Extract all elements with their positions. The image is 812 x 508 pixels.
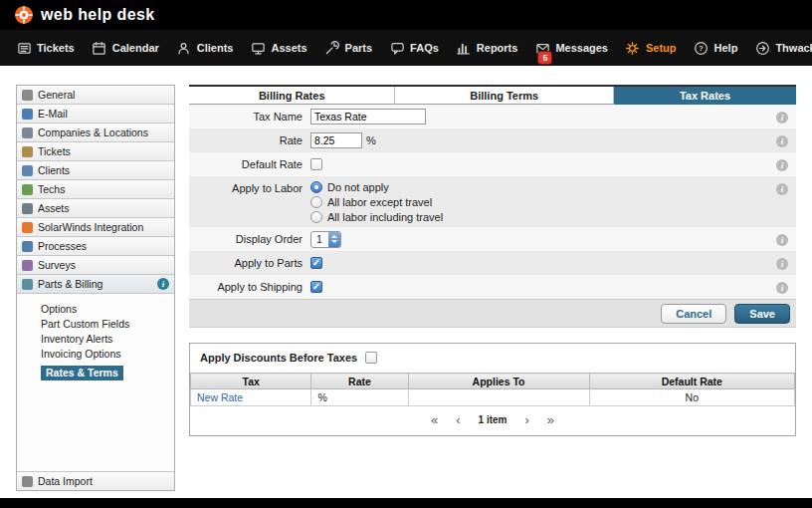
subnav-part-custom-fields[interactable]: Part Custom Fields: [41, 318, 170, 330]
display-order-select[interactable]: 1: [310, 231, 341, 248]
default-rate-checkbox[interactable]: [310, 158, 322, 170]
parts-billing-subnav: Options Part Custom Fields Inventory Ale…: [17, 294, 174, 383]
sidebar-item-solarwinds-integration[interactable]: SolarWinds Integration: [17, 218, 174, 237]
tab-billing-terms[interactable]: Billing Terms: [395, 87, 614, 105]
form-row-display-order: Display Order 1 i: [189, 227, 796, 251]
nav-parts[interactable]: Parts: [324, 40, 373, 56]
info-icon[interactable]: i: [776, 258, 788, 270]
solarwinds-icon: [22, 222, 33, 233]
nav-assets[interactable]: Assets: [250, 40, 306, 56]
apply-discounts-checkbox[interactable]: [365, 352, 377, 364]
sidebar-item-label: Processes: [38, 240, 87, 252]
subnav-inventory-alerts[interactable]: Inventory Alerts: [41, 333, 170, 345]
field-label: Apply to Shipping: [189, 281, 310, 293]
info-icon[interactable]: i: [776, 159, 788, 171]
nav-calendar[interactable]: Calendar: [92, 40, 159, 56]
nav-messages[interactable]: Messages 5: [534, 40, 608, 56]
sidebar-item-email[interactable]: E-Mail: [17, 105, 174, 124]
rate-input[interactable]: [310, 132, 362, 148]
main-nav: Tickets Calendar Clients Assets: [0, 30, 812, 66]
nav-clients[interactable]: Clients: [176, 40, 234, 56]
next-page-icon[interactable]: ›: [524, 413, 528, 426]
check-icon: ✓: [312, 258, 320, 268]
setup-gear-icon: [625, 40, 641, 56]
tab-tax-rates[interactable]: Tax Rates: [614, 87, 796, 105]
nav-setup[interactable]: Setup: [625, 40, 677, 56]
tax-name-input[interactable]: [310, 109, 426, 125]
logo-bar: web help desk: [0, 0, 812, 30]
col-header-rate: Rate: [311, 374, 408, 389]
nav-reports[interactable]: Reports: [456, 40, 518, 56]
form-row-tax-name: Tax Name i: [189, 105, 796, 128]
select-value: 1: [311, 232, 328, 247]
field-label: Display Order: [189, 233, 310, 245]
sidebar-item-label: Data Import: [38, 475, 93, 487]
info-icon[interactable]: i: [776, 183, 788, 195]
radio-icon: [310, 211, 322, 223]
tech-person-icon: [22, 184, 33, 195]
sidebar-item-parts-billing[interactable]: Parts & Billing i: [17, 275, 174, 294]
sidebar-item-clients[interactable]: Clients: [17, 161, 174, 180]
info-icon[interactable]: i: [776, 234, 788, 246]
thwack-icon: [754, 40, 770, 56]
cancel-button[interactable]: Cancel: [661, 304, 726, 324]
last-page-icon[interactable]: »: [547, 413, 554, 426]
subnav-rates-terms[interactable]: Rates & Terms: [41, 366, 123, 381]
info-icon[interactable]: i: [776, 135, 788, 147]
nav-help[interactable]: ? Help: [694, 40, 738, 56]
sidebar-item-label: E-Mail: [38, 108, 68, 120]
parts-billing-icon: [22, 279, 33, 290]
radio-label: All labor except travel: [327, 196, 432, 208]
nav-label: Clients: [197, 42, 234, 54]
info-icon[interactable]: i: [776, 282, 788, 294]
labor-option-all-except-travel[interactable]: All labor except travel: [310, 196, 432, 208]
app-title: web help desk: [41, 6, 155, 24]
subnav-invoicing-options[interactable]: Invoicing Options: [41, 348, 170, 360]
sidebar-item-processes[interactable]: Processes: [17, 237, 174, 256]
sidebar-item-techs[interactable]: Techs: [17, 180, 174, 199]
sidebar-item-label: Tickets: [38, 145, 71, 157]
nav-tickets[interactable]: Tickets: [16, 40, 75, 56]
parts-icon: [324, 40, 340, 56]
table-row: New Rate % No: [191, 389, 795, 406]
sidebar-item-data-import[interactable]: Data Import: [17, 471, 174, 490]
subnav-options[interactable]: Options: [41, 303, 170, 315]
row-default-rate-cell: No: [589, 389, 794, 406]
sidebar-item-companies-locations[interactable]: Companies & Locations: [17, 124, 174, 142]
ticket-icon: [22, 146, 33, 157]
building-icon: [22, 127, 33, 138]
nav-faqs[interactable]: FAQs: [389, 40, 439, 56]
bottom-bar: [0, 498, 812, 508]
apply-to-shipping-checkbox[interactable]: ✓: [310, 281, 322, 293]
labor-option-all-including-travel[interactable]: All labor including travel: [310, 211, 443, 223]
labor-option-do-not-apply[interactable]: Do not apply: [310, 181, 389, 193]
sidebar-item-tickets[interactable]: Tickets: [17, 142, 174, 161]
new-rate-link[interactable]: New Rate: [197, 391, 243, 403]
tab-billing-rates[interactable]: Billing Rates: [189, 87, 395, 105]
nav-label: Setup: [646, 42, 677, 54]
parts-billing-info-icon[interactable]: i: [157, 278, 169, 290]
sidebar-item-surveys[interactable]: Surveys: [17, 256, 174, 275]
sidebar-item-general[interactable]: General: [17, 86, 174, 105]
save-button[interactable]: Save: [734, 304, 790, 324]
sidebar-item-assets[interactable]: Assets: [17, 199, 174, 218]
rate-percent-suffix: %: [366, 134, 376, 146]
content-area: Billing Rates Billing Terms Tax Rates Ta…: [189, 85, 796, 436]
nav-thwack[interactable]: Thwack: [754, 40, 812, 56]
help-icon: ?: [694, 40, 710, 56]
nav-label: Messages: [555, 42, 608, 54]
sidebar-item-label: General: [38, 89, 75, 101]
radio-label: Do not apply: [327, 181, 389, 193]
prev-page-icon[interactable]: ‹: [456, 413, 460, 426]
stepper-arrows-icon: [328, 232, 340, 247]
nav-label: Assets: [271, 42, 306, 54]
radio-icon: [310, 196, 322, 208]
apply-to-parts-checkbox[interactable]: ✓: [310, 257, 322, 269]
svg-text:?: ?: [699, 44, 704, 53]
info-icon[interactable]: i: [776, 112, 788, 124]
first-page-icon[interactable]: «: [431, 413, 438, 426]
data-import-icon: [22, 476, 33, 487]
asset-monitor-icon: [22, 203, 33, 214]
reports-icon: [456, 40, 472, 56]
messages-unread-badge: 5: [538, 52, 551, 64]
